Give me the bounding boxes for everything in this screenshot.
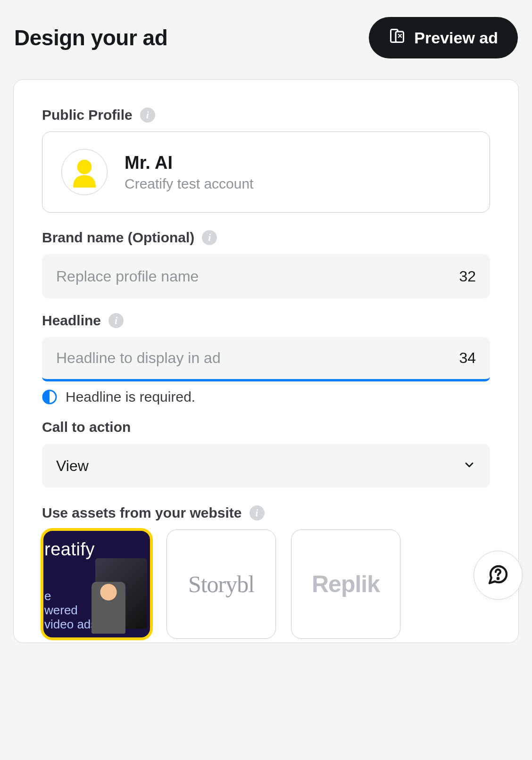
asset-thumbnail[interactable]: Replik — [291, 529, 400, 639]
info-icon[interactable]: i — [202, 230, 217, 245]
help-button[interactable] — [474, 551, 523, 600]
headline-field-wrap: 34 — [42, 337, 490, 381]
asset-brand-text: Replik — [312, 570, 380, 598]
validation-icon — [42, 389, 57, 405]
profile-subtitle: Creatify test account — [125, 176, 253, 192]
preview-icon — [389, 27, 406, 48]
chevron-down-icon — [463, 458, 476, 473]
cta-select[interactable]: View — [42, 444, 490, 488]
profile-avatar — [61, 149, 108, 195]
cta-selected-value: View — [56, 457, 89, 475]
assets-row: reatify e wered video ads Storybl Replik — [42, 529, 490, 643]
info-icon[interactable]: i — [249, 505, 265, 520]
asset-brand-top: reatify — [42, 539, 95, 560]
headline-validation-text: Headline is required. — [66, 389, 195, 405]
ad-form-card: Public Profile i Mr. AI Creatify test ac… — [13, 79, 519, 643]
page-title: Design your ad — [14, 25, 167, 50]
brand-name-input[interactable] — [56, 268, 459, 285]
preview-button-label: Preview ad — [414, 29, 498, 47]
preview-ad-button[interactable]: Preview ad — [369, 17, 518, 58]
asset-brand-text: Storybl — [188, 570, 254, 598]
info-icon[interactable]: i — [108, 313, 124, 328]
asset-brand-sub: e wered video ads — [42, 589, 97, 632]
assets-label: Use assets from your website — [42, 505, 242, 521]
brand-name-field-wrap: 32 — [42, 254, 490, 298]
info-icon[interactable]: i — [140, 107, 155, 123]
asset-thumbnail[interactable]: Storybl — [166, 529, 276, 639]
help-icon — [487, 563, 509, 587]
brand-name-char-limit: 32 — [459, 268, 476, 285]
headline-label: Headline — [42, 313, 101, 329]
cta-label: Call to action — [42, 419, 131, 435]
svg-point-2 — [77, 160, 92, 174]
svg-point-4 — [498, 578, 499, 578]
headline-validation: Headline is required. — [42, 389, 490, 405]
headline-input[interactable] — [56, 349, 459, 367]
asset-thumbnail[interactable]: reatify e wered video ads — [42, 529, 151, 639]
public-profile-selector[interactable]: Mr. AI Creatify test account — [42, 132, 490, 213]
brand-name-label: Brand name (Optional) — [42, 230, 194, 246]
public-profile-label: Public Profile — [42, 107, 133, 123]
headline-char-limit: 34 — [459, 349, 476, 367]
asset-person-image — [91, 582, 125, 634]
profile-name: Mr. AI — [125, 153, 253, 173]
